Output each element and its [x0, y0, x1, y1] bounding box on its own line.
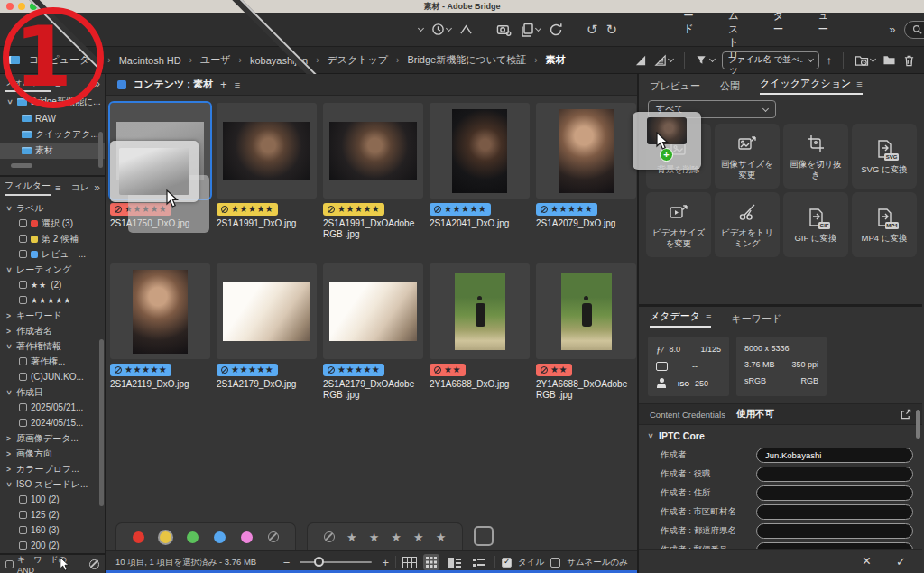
breadcrumb-macintosh-hd[interactable]: Macintosh HD [119, 55, 181, 66]
tab-keywords-panel[interactable]: キーワード [731, 312, 781, 326]
filter-panel-tab[interactable]: フィルター [5, 180, 51, 196]
boomerang-icon[interactable] [459, 23, 473, 35]
filter-funnel-icon[interactable] [696, 54, 715, 67]
rating-label-pill[interactable]: ★★★★★ [536, 203, 597, 216]
metadata-menu-icon[interactable] [706, 311, 711, 322]
creator-address-input[interactable] [756, 485, 913, 501]
filter-group-keywords[interactable]: キーワード [0, 308, 105, 323]
checkbox[interactable] [19, 250, 27, 258]
apply-button[interactable] [896, 553, 906, 569]
filter-group-iso[interactable]: ISO スピードレ... [0, 476, 105, 492]
folders-menu-icon[interactable] [55, 79, 60, 89]
star-1-icon[interactable] [346, 529, 357, 545]
content-menu-icon[interactable] [235, 79, 240, 90]
no-rating-icon[interactable] [324, 531, 335, 542]
file-thumbnail[interactable]: ★★★★★ 2S1A1750_DxO.jpg [110, 103, 210, 240]
filter-vertical-scrollbar[interactable] [99, 339, 104, 506]
file-thumbnail[interactable]: ★★★★★ 2S1A2119_DxO.jpg [110, 263, 210, 401]
filter-item[interactable]: 選択 (3) [0, 216, 105, 231]
metadata-vertical-scrollbar[interactable] [916, 410, 920, 439]
swatch-box[interactable] [474, 526, 494, 546]
file-thumbnail[interactable]: ★★ 2Y1A6688_DxOAdobeRGB .jpg [536, 263, 636, 401]
add-tab-icon[interactable] [220, 78, 227, 91]
zoom-in-icon[interactable] [382, 556, 389, 569]
filter-item[interactable]: 著作権... [0, 354, 105, 369]
filter-overflow-icon[interactable] [94, 181, 100, 194]
rating-label-pill[interactable]: ★★★★★ [217, 364, 278, 376]
folders-vertical-scrollbar[interactable] [98, 132, 103, 168]
tile-checkbox[interactable] [502, 558, 512, 568]
filter-group-orientation[interactable]: 画像方向 [0, 446, 105, 461]
file-thumbnail[interactable]: ★★★★★ 2S1A2041_DxO.jpg [430, 103, 530, 240]
thumbs-only-checkbox[interactable] [550, 558, 560, 568]
sort-quality-dropdown-icon[interactable] [654, 54, 673, 67]
filter-item[interactable]: 125 (2) [0, 507, 105, 522]
star-4-icon[interactable] [413, 529, 424, 545]
quick-actions-menu-icon[interactable] [856, 79, 862, 89]
folder-item-root[interactable]: Bridge新機能に... [0, 94, 105, 110]
checkbox[interactable] [19, 495, 27, 504]
forward-button[interactable] [125, 26, 409, 33]
sort-ascending-icon[interactable]: ↑ [827, 53, 833, 67]
undo-icon[interactable]: ↺ [587, 23, 598, 36]
checkbox[interactable] [19, 357, 27, 365]
checkbox[interactable] [19, 403, 27, 411]
convert-svg-button[interactable]: SVG SVG に変換 [852, 124, 917, 189]
filter-group-rating[interactable]: レーティング [0, 262, 105, 277]
rating-label-pill[interactable]: ★★ [536, 364, 572, 376]
filter-group-copyright[interactable]: 著作権情報 [0, 338, 105, 354]
checkbox[interactable] [19, 541, 27, 550]
grid-view-button[interactable] [423, 554, 439, 570]
sort-order-select[interactable]: ファイル名 で並べ... [722, 51, 819, 69]
rating-label-pill[interactable]: ★★★★★ [323, 203, 384, 216]
adobe-stock-search-input[interactable]: Adobe Stock を検索 [904, 21, 924, 39]
filter-item[interactable]: 200 (2) [0, 538, 105, 553]
folders-panel-tab[interactable]: フォルダー [5, 76, 51, 92]
folders-overflow-icon[interactable] [94, 78, 100, 90]
filter-item[interactable]: 100 (2) [0, 492, 105, 507]
folders-horizontal-scrollbar[interactable] [11, 163, 32, 168]
star-5-icon[interactable] [436, 529, 447, 545]
checkbox[interactable] [19, 281, 27, 289]
tab-metadata[interactable]: メタデータ [650, 310, 711, 328]
filter-item[interactable]: 160 (3) [0, 522, 105, 538]
thumbnail-size-slider[interactable] [300, 561, 372, 563]
new-folder-icon[interactable] [882, 54, 896, 66]
rating-label-pill[interactable]: ★★★★★ [217, 203, 278, 216]
keyword-and-checkbox[interactable] [5, 560, 14, 568]
slider-handle[interactable] [314, 557, 324, 567]
label-pink-dot[interactable] [241, 531, 253, 543]
sort-quality-icon[interactable] [634, 54, 647, 67]
tab-publish-panel[interactable]: 公開 [720, 79, 740, 93]
folder-item-raw[interactable]: RAW [0, 110, 105, 126]
crop-image-button[interactable]: 画像を切り抜き [783, 124, 848, 189]
chevron-down-icon[interactable] [646, 432, 655, 440]
copy-files-icon[interactable] [520, 23, 541, 37]
nav-dropdown-chevron-icon[interactable] [417, 28, 423, 31]
label-yellow-dot[interactable] [160, 531, 171, 543]
label-blue-dot[interactable] [214, 531, 226, 543]
file-thumbnail[interactable]: ★★ 2Y1A6688_DxO.jpg [430, 263, 530, 401]
convert-mp4-button[interactable]: MP4 MP4 に変換 [852, 192, 917, 257]
close-window-button[interactable] [6, 3, 14, 10]
filter-group-label[interactable]: ラベル [0, 200, 105, 216]
breadcrumb-desktop[interactable]: デスクトップ [327, 53, 388, 67]
file-thumbnail[interactable]: ★★★★★ 2S1A2179_DxOAdobeRGB .jpg [323, 263, 423, 401]
breadcrumb-current-folder[interactable]: 素材 [546, 53, 566, 67]
filter-item[interactable]: 第 2 候補 [0, 231, 105, 246]
zoom-out-icon[interactable] [283, 556, 291, 569]
file-thumbnail[interactable]: ★★★★★ 2S1A2079_DxO.jpg [536, 103, 636, 240]
star-3-icon[interactable] [391, 529, 402, 545]
filter-group-color-profile[interactable]: カラープロフ... [0, 461, 105, 476]
redo-icon[interactable]: ↻ [606, 23, 618, 36]
trim-video-button[interactable]: ビデオをトリミング [715, 192, 780, 257]
checkbox[interactable] [19, 373, 27, 381]
checkbox[interactable] [19, 511, 27, 519]
recent-files-clock-icon[interactable] [431, 23, 451, 36]
refresh-sync-icon[interactable] [549, 23, 563, 37]
rating-label-pill[interactable]: ★★ [430, 364, 466, 376]
filter-group-original-data[interactable]: 原画像データ... [0, 430, 105, 446]
rating-label-pill[interactable]: ★★★★★ [323, 364, 384, 376]
breadcrumb-users[interactable]: ユーザ [200, 53, 231, 67]
filter-item[interactable]: ★★★★★ [0, 292, 105, 308]
